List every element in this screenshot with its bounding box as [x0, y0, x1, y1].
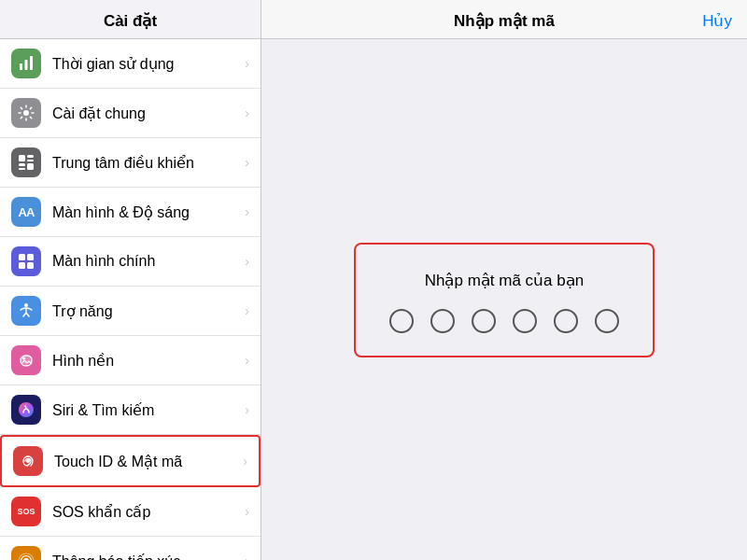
settings-item-home[interactable]: Màn hình chính› [0, 237, 261, 287]
sos-chevron-icon: › [245, 504, 249, 519]
svg-point-17 [19, 402, 34, 417]
right-panel: Nhập mật mã Hủy Nhập mật mã của bạn [261, 0, 747, 560]
exposure-label: Thông báo tiếp xúc [52, 553, 241, 561]
wallpaper-icon [11, 345, 41, 375]
settings-item-sos[interactable]: SOSSOS khẩn cấp› [0, 487, 261, 537]
settings-item-wallpaper[interactable]: Hình nền› [0, 336, 261, 385]
svg-rect-6 [27, 160, 34, 161]
settings-item-exposure[interactable]: Thông báo tiếp xúc› [0, 537, 261, 560]
settings-item-touchid[interactable]: Touch ID & Mật mã› [0, 435, 261, 487]
wallpaper-label: Hình nền [52, 352, 241, 370]
settings-item-siri[interactable]: Siri & Tìm kiếm› [0, 385, 261, 435]
settings-item-display[interactable]: AAMàn hình & Độ sáng› [0, 188, 261, 237]
general-chevron-icon: › [245, 105, 249, 120]
passcode-dot-2 [430, 309, 455, 333]
settings-list: Thời gian sử dụng›Cài đặt chung›Trung tâ… [0, 39, 261, 560]
passcode-dot-5 [554, 309, 578, 333]
right-panel-title: Nhập mật mã [454, 11, 555, 31]
svg-point-16 [22, 357, 25, 360]
access-icon [11, 296, 41, 326]
sos-label: SOS khẩn cấp [52, 503, 241, 521]
svg-rect-11 [27, 254, 34, 260]
siri-chevron-icon: › [245, 402, 249, 417]
left-panel: Cài đặt Thời gian sử dụng›Cài đặt chung›… [0, 0, 261, 560]
touchid-label: Touch ID & Mật mã [54, 453, 239, 470]
display-chevron-icon: › [245, 204, 249, 219]
home-label: Màn hình chính [52, 253, 241, 270]
control-label: Trung tâm điều khiển [52, 154, 241, 172]
svg-rect-10 [19, 254, 25, 260]
sos-icon: SOS [11, 497, 41, 526]
display-label: Màn hình & Độ sáng [52, 203, 241, 221]
svg-rect-12 [19, 262, 25, 269]
svg-rect-5 [27, 155, 34, 158]
usage-chevron-icon: › [245, 56, 249, 71]
svg-rect-8 [19, 168, 25, 170]
control-chevron-icon: › [245, 155, 249, 170]
svg-rect-4 [19, 155, 25, 161]
svg-point-18 [26, 459, 30, 463]
usage-label: Thời gian sử dụng [52, 55, 241, 73]
exposure-icon [11, 546, 41, 560]
control-icon [11, 147, 41, 177]
siri-label: Siri & Tìm kiếm [52, 401, 241, 419]
svg-rect-7 [19, 163, 25, 166]
cancel-button[interactable]: Hủy [702, 11, 732, 31]
display-icon: AA [11, 197, 41, 227]
passcode-dot-4 [513, 309, 537, 333]
siri-icon [11, 395, 41, 425]
settings-item-access[interactable]: Trợ năng› [0, 287, 261, 336]
svg-rect-1 [25, 60, 28, 70]
general-label: Cài đặt chung [52, 105, 241, 122]
passcode-dot-1 [389, 309, 414, 333]
right-content: Nhập mật mã của bạn [261, 39, 747, 560]
passcode-dot-3 [472, 309, 496, 333]
exposure-chevron-icon: › [245, 553, 249, 560]
passcode-dots [389, 309, 619, 333]
settings-item-usage[interactable]: Thời gian sử dụng› [0, 39, 261, 89]
right-header: Nhập mật mã Hủy [261, 0, 747, 39]
svg-rect-9 [27, 163, 34, 170]
general-icon [11, 98, 41, 128]
settings-item-general[interactable]: Cài đặt chung› [0, 89, 261, 138]
passcode-dot-6 [595, 309, 619, 333]
passcode-box: Nhập mật mã của bạn [354, 243, 655, 357]
left-panel-header: Cài đặt [0, 0, 261, 39]
svg-rect-2 [30, 56, 33, 70]
touchid-icon [13, 446, 43, 476]
access-label: Trợ năng [52, 302, 241, 320]
wallpaper-chevron-icon: › [245, 353, 249, 368]
svg-rect-13 [27, 262, 34, 269]
home-icon [11, 246, 41, 276]
usage-icon [11, 49, 41, 78]
touchid-chevron-icon: › [243, 454, 247, 469]
svg-rect-0 [20, 63, 22, 70]
settings-item-control[interactable]: Trung tâm điều khiển› [0, 138, 261, 188]
svg-point-3 [23, 110, 29, 116]
svg-point-14 [24, 303, 28, 307]
passcode-prompt: Nhập mật mã của bạn [425, 271, 584, 290]
home-chevron-icon: › [245, 254, 249, 269]
access-chevron-icon: › [245, 303, 249, 318]
